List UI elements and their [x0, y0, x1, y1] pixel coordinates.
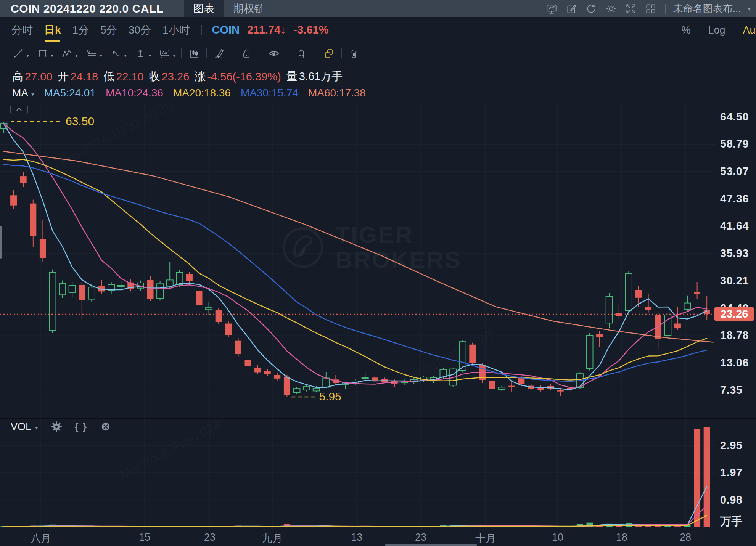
- chevron-down-icon[interactable]: ▾: [51, 52, 53, 58]
- high-value: 27.00: [25, 71, 53, 83]
- continuous-draw-icon[interactable]: [212, 47, 226, 60]
- left-edge-scroll-handle[interactable]: [0, 226, 2, 259]
- refresh-icon[interactable]: [585, 2, 598, 15]
- tab-chart[interactable]: 图表: [184, 0, 224, 17]
- date-axis-label: 23: [415, 532, 426, 543]
- open-label: 开: [58, 69, 69, 84]
- high-label: 高: [12, 69, 23, 84]
- date-axis-label: 九月: [262, 532, 283, 545]
- date-axis-label: 18: [616, 532, 627, 543]
- horizontal-scrollbar[interactable]: [385, 544, 477, 546]
- trading-app-window: Pro-2024/10/31 20:20 MacBook-Pro-2024 20…: [0, 0, 756, 546]
- chevron-down-icon[interactable]: ▾: [100, 52, 102, 58]
- price-axis-label: 58.79: [720, 138, 749, 150]
- chevron-down-icon[interactable]: ▾: [35, 424, 38, 431]
- timeframe-bar: 分时 日k 1分 5分 30分 1小时 COIN 211.74↓ -3.61% …: [0, 17, 756, 43]
- ma-indicator-row: MA ▾ MA5:24.01 MA10:24.36 MA20:18.36 MA3…: [12, 87, 366, 100]
- collapse-pane-button[interactable]: [10, 105, 28, 114]
- svg-text:G: G: [87, 49, 90, 53]
- price-axis-label: 47.36: [720, 193, 749, 205]
- contract-title: COIN 20241220 220.0 CALL: [11, 2, 164, 15]
- text-tool-icon[interactable]: Aa: [158, 47, 172, 60]
- divider: [665, 4, 666, 14]
- chevron-down-icon[interactable]: ▾: [148, 52, 151, 58]
- underlying-price: 211.74↓: [247, 24, 286, 36]
- edit-icon[interactable]: [565, 2, 578, 15]
- price-axis-label: 35.93: [720, 247, 749, 260]
- tf-1min[interactable]: 1分: [72, 23, 89, 37]
- layout-grid-icon[interactable]: [644, 2, 657, 15]
- gann-tool-icon[interactable]: G: [85, 47, 98, 60]
- chevron-down-icon[interactable]: ▾: [124, 52, 127, 58]
- tf-minute-chart[interactable]: 分时: [11, 23, 33, 37]
- ma10-value: MA10:24.36: [106, 87, 163, 99]
- divider: [206, 48, 207, 58]
- tf-1hour[interactable]: 1小时: [162, 23, 190, 37]
- candle-position-tool-icon[interactable]: [187, 47, 201, 60]
- date-axis-label: 八月: [31, 532, 51, 545]
- volume-unit-label: 万手: [720, 514, 743, 529]
- close-label: 收: [149, 69, 160, 84]
- divider: [201, 25, 202, 35]
- eye-visibility-icon[interactable]: [267, 47, 281, 60]
- ma5-value: MA5:24.01: [44, 87, 96, 99]
- measure-tool-icon[interactable]: [134, 47, 147, 60]
- current-price-tag: 23.26: [714, 307, 754, 321]
- vol-code-braces-icon[interactable]: { }: [75, 421, 87, 433]
- price-axis-label: 13.06: [720, 357, 749, 369]
- price-axis-label: 30.21: [720, 275, 749, 287]
- wave-pattern-tool-icon[interactable]: [60, 47, 74, 60]
- tab-option-chain[interactable]: 期权链: [224, 0, 274, 17]
- chevron-down-icon[interactable]: ▾: [31, 91, 34, 98]
- chevron-down-icon[interactable]: ▾: [173, 52, 175, 58]
- trash-icon[interactable]: [347, 47, 361, 60]
- title-bar: COIN 20241220 220.0 CALL 图表 期权链: [0, 0, 756, 17]
- vol-settings-gear-icon[interactable]: [51, 421, 62, 432]
- vol-close-icon[interactable]: [100, 421, 111, 432]
- ma30-value: MA30:15.74: [241, 87, 298, 99]
- low-value: 22.10: [116, 71, 144, 83]
- volume-axis-label: 0.98: [720, 494, 742, 506]
- auto-scale-button[interactable]: Aut: [743, 24, 756, 36]
- chevron-down-icon[interactable]: ▾: [748, 5, 751, 12]
- date-axis-label: 13: [351, 532, 362, 543]
- divider: [181, 48, 182, 58]
- percent-scale-button[interactable]: %: [681, 24, 690, 36]
- fullscreen-icon[interactable]: [624, 2, 637, 15]
- vol-label[interactable]: VOL: [11, 421, 31, 433]
- arrow-tool-icon[interactable]: [109, 47, 123, 60]
- change-label: 涨: [195, 69, 206, 84]
- chevron-down-icon[interactable]: ▾: [26, 52, 29, 58]
- volume-label: 量: [286, 69, 298, 84]
- date-axis-label: 10: [552, 532, 563, 543]
- magnet-snap-icon[interactable]: [294, 47, 308, 60]
- date-axis-label: 28: [680, 532, 691, 543]
- chevron-down-icon[interactable]: ▾: [75, 52, 78, 58]
- tf-30min[interactable]: 30分: [129, 23, 151, 37]
- shape-tool-icon[interactable]: [36, 47, 50, 60]
- date-axis-label: 十月: [475, 532, 496, 545]
- chart-monitor-icon[interactable]: [545, 2, 558, 15]
- price-axis-label: 41.64: [720, 220, 749, 232]
- underlying-symbol[interactable]: COIN: [212, 24, 240, 36]
- price-axis-label: 7.35: [720, 384, 742, 397]
- unlock-icon[interactable]: [240, 47, 253, 60]
- layout-name-label[interactable]: 未命名图表布...: [673, 2, 741, 15]
- divider: [341, 48, 342, 58]
- settings-gear-icon[interactable]: [605, 2, 618, 15]
- tf-daily-k[interactable]: 日k: [44, 23, 61, 37]
- volume-value: 3.61万手: [299, 69, 343, 84]
- change-value: -4.56(-16.39%): [207, 71, 281, 83]
- divider: [180, 4, 180, 14]
- ma-label[interactable]: MA: [12, 87, 28, 99]
- price-axis-label: 64.50: [720, 111, 749, 123]
- log-scale-button[interactable]: Log: [708, 24, 725, 36]
- price-axis-label: 53.07: [720, 165, 749, 178]
- close-value: 23.26: [162, 71, 190, 83]
- date-axis-label: 23: [204, 532, 216, 543]
- trend-line-tool-icon[interactable]: [11, 47, 25, 60]
- price-axis-label: 18.78: [720, 329, 749, 342]
- tf-5min[interactable]: 5分: [100, 23, 117, 37]
- period-low-annotation: 5.95: [319, 390, 341, 403]
- sync-windows-icon[interactable]: [322, 47, 336, 60]
